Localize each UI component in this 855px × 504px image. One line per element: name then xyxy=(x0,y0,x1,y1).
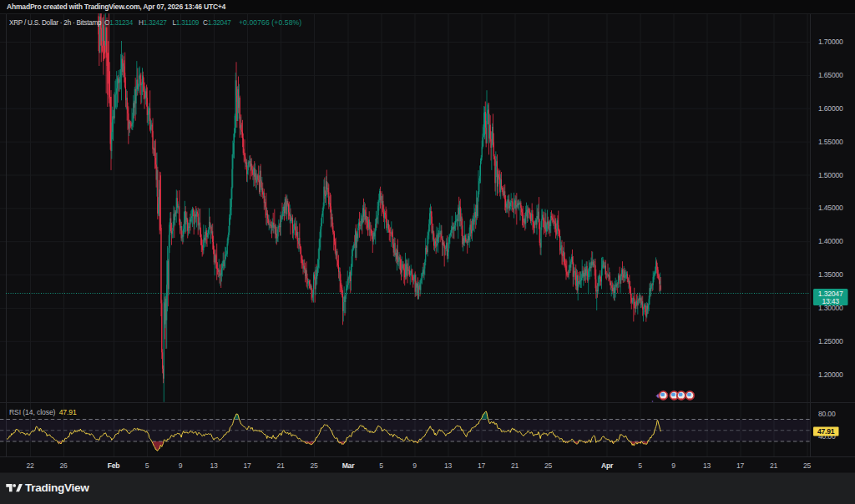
svg-text:1.20000: 1.20000 xyxy=(818,370,843,379)
svg-text:1.55000: 1.55000 xyxy=(818,138,843,146)
svg-text:21: 21 xyxy=(511,461,519,470)
svg-text:H1.32427: H1.32427 xyxy=(139,19,167,27)
svg-text:1.50000: 1.50000 xyxy=(818,171,843,179)
svg-text:13:43: 13:43 xyxy=(822,297,839,305)
svg-text:Mar: Mar xyxy=(342,461,356,470)
svg-text:25: 25 xyxy=(310,461,318,470)
svg-text:AhmadPro created with TradingV: AhmadPro created with TradingView.com, A… xyxy=(7,3,226,11)
svg-text:1.35000: 1.35000 xyxy=(818,270,843,279)
svg-text:L1.31109: L1.31109 xyxy=(173,19,200,27)
svg-text:5: 5 xyxy=(638,461,642,470)
svg-text:26: 26 xyxy=(59,461,68,470)
svg-text:5: 5 xyxy=(379,461,383,470)
svg-text:13: 13 xyxy=(703,461,711,470)
svg-text:80.00: 80.00 xyxy=(818,410,836,418)
svg-text:47.91: 47.91 xyxy=(817,427,835,436)
svg-text:+0.00766 (+0.58%): +0.00766 (+0.58%) xyxy=(239,18,301,27)
svg-text:O1.31234: O1.31234 xyxy=(104,19,134,27)
svg-text:9: 9 xyxy=(671,461,675,470)
svg-text:1.40000: 1.40000 xyxy=(818,237,843,245)
svg-text:1.60000: 1.60000 xyxy=(818,104,843,113)
svg-text:Feb: Feb xyxy=(108,461,120,470)
svg-text:9: 9 xyxy=(412,461,417,470)
svg-text:1.45000: 1.45000 xyxy=(818,204,843,212)
svg-text:Apr: Apr xyxy=(601,461,614,470)
svg-text:21: 21 xyxy=(276,461,285,470)
svg-text:1.65000: 1.65000 xyxy=(818,71,843,79)
svg-text:1.70000: 1.70000 xyxy=(818,38,843,46)
svg-text:5: 5 xyxy=(145,461,149,470)
svg-text:13: 13 xyxy=(210,461,218,470)
svg-text:XRP / U.S. Dollar · 2h · Bitst: XRP / U.S. Dollar · 2h · Bitstamp xyxy=(9,19,102,27)
svg-text:1.25000: 1.25000 xyxy=(818,337,843,345)
svg-text:17: 17 xyxy=(736,461,745,470)
svg-text:25: 25 xyxy=(544,461,553,470)
svg-text:25: 25 xyxy=(803,461,812,470)
svg-text:17: 17 xyxy=(243,461,251,470)
svg-text:RSI (14, close) 47.91: RSI (14, close) 47.91 xyxy=(9,408,77,416)
svg-text:9: 9 xyxy=(179,461,183,470)
svg-text:22: 22 xyxy=(26,461,34,470)
svg-text:21: 21 xyxy=(770,461,778,470)
svg-text:17: 17 xyxy=(478,461,486,470)
svg-text:C1.32047: C1.32047 xyxy=(203,19,231,27)
svg-text:TradingView: TradingView xyxy=(25,481,89,494)
svg-text:13: 13 xyxy=(444,461,453,470)
